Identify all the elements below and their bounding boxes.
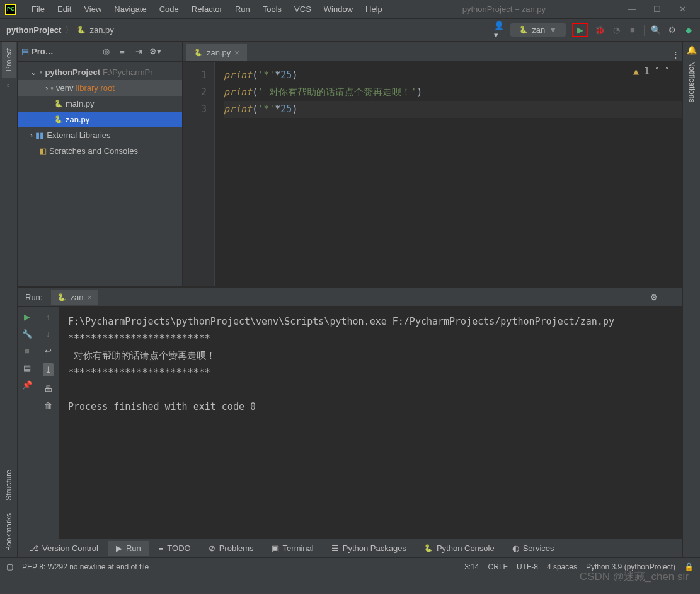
breadcrumb: pythonProject 〉 🐍 zan.py (6, 25, 494, 36)
tree-file-zan[interactable]: 🐍 zan.py (18, 112, 182, 127)
rerun-button[interactable]: ▶ (24, 312, 30, 322)
menu-code[interactable]: Code (153, 4, 185, 14)
tab-run[interactable]: ▶Run (108, 541, 149, 556)
run-icon: ▶ (116, 544, 122, 553)
up-icon[interactable]: ↑ (46, 312, 50, 322)
scratches-icon: ◧ (39, 146, 47, 156)
main-area: Project ▫ Structure Bookmarks ▤ Pro… ◎ ≡… (0, 42, 700, 557)
caret-position[interactable]: 3:14 (464, 562, 479, 571)
run-session-tab[interactable]: 🐍 zan × (51, 290, 98, 305)
maximize-button[interactable]: ☐ (645, 4, 670, 14)
tab-close-icon[interactable]: × (234, 48, 239, 57)
stop-icon[interactable]: ■ (25, 346, 30, 356)
breadcrumb-file[interactable]: zan.py (89, 25, 113, 35)
lock-icon[interactable]: 🔒 (684, 562, 694, 571)
locate-icon[interactable]: ◎ (99, 45, 113, 59)
tab-terminal[interactable]: ▣Terminal (264, 541, 321, 556)
ide-features-icon[interactable]: ◆ (684, 25, 694, 35)
user-icon[interactable]: 👤▾ (494, 25, 504, 35)
breadcrumb-project[interactable]: pythonProject (6, 25, 61, 35)
stop-button[interactable]: ■ (628, 25, 638, 35)
trash-icon[interactable]: 🗑 (44, 401, 52, 411)
minimize-button[interactable]: — (619, 4, 645, 14)
project-tool-tab[interactable]: Project (2, 42, 16, 78)
tab-python-packages[interactable]: ☰Python Packages (324, 541, 414, 556)
project-panel-title[interactable]: Pro… (32, 47, 54, 56)
python-icon: 🐍 (519, 26, 528, 34)
terminal-icon: ▣ (272, 544, 279, 553)
bookmarks-tool-tab[interactable]: Bookmarks (2, 507, 16, 557)
folder-icon: ▪ (40, 67, 43, 77)
tab-todo[interactable]: ≡TODO (151, 541, 198, 556)
tree-file-main[interactable]: 🐍 main.py (18, 96, 182, 112)
editor-tabs: 🐍 zan.py × ⋮ (183, 42, 682, 62)
prev-highlight-icon[interactable]: ˄ (655, 66, 660, 77)
menu-window[interactable]: Window (318, 4, 359, 14)
project-tree[interactable]: ⌄ ▪ pythonProject F:\PycharmPr › ▪ venv … (18, 62, 182, 161)
window-title: pythonProject – zan.py (389, 4, 619, 14)
structure-tool-tab[interactable]: Structure (2, 463, 16, 507)
menu-view[interactable]: View (77, 4, 108, 14)
menu-file[interactable]: File (25, 4, 51, 14)
tab-python-console[interactable]: 🐍Python Console (416, 541, 502, 556)
panel-hide-icon[interactable]: — (164, 45, 178, 59)
packages-icon: ☰ (331, 544, 339, 553)
menu-help[interactable]: Help (359, 4, 389, 14)
tree-root[interactable]: ⌄ ▪ pythonProject F:\PycharmPr (18, 64, 182, 80)
down-icon[interactable]: ↓ (46, 329, 50, 339)
tree-file-label: zan.py (66, 115, 89, 124)
console-output[interactable]: F:\PycharmProjects\pythonProject\venv\Sc… (59, 307, 682, 539)
todo-icon: ≡ (159, 544, 164, 553)
app-icon (5, 4, 16, 15)
expand-icon[interactable]: ≡ (115, 45, 129, 59)
debug-button[interactable]: 🐞 (595, 25, 605, 35)
notifications-bell-icon[interactable]: 🔔 (687, 45, 697, 55)
print-icon[interactable]: 🖶 (44, 384, 52, 393)
settings-button[interactable]: ⚙ (667, 25, 677, 35)
tab-services[interactable]: ◐Services (505, 541, 562, 556)
next-highlight-icon[interactable]: ˅ (665, 66, 670, 77)
run-config-selector[interactable]: 🐍 zan ▼ (510, 23, 566, 37)
coverage-button[interactable]: ◔ (611, 25, 621, 35)
close-button[interactable]: ✕ (670, 4, 695, 14)
tab-version-control[interactable]: ⎇Version Control (21, 541, 106, 556)
tree-external-libs[interactable]: › ▮▮ External Libraries (18, 127, 182, 143)
python-interpreter[interactable]: Python 3.9 (pythonProject) (586, 562, 675, 571)
menu-edit[interactable]: Edit (51, 4, 77, 14)
inspection-status[interactable]: ▲ 1 ˄ ˅ (633, 66, 670, 77)
soft-wrap-icon[interactable]: ↩ (45, 346, 52, 356)
tree-scratches[interactable]: ◧ Scratches and Consoles (18, 143, 182, 159)
run-title: Run: (25, 293, 42, 302)
dropdown-icon: ▼ (549, 25, 557, 35)
menu-tools[interactable]: Tools (256, 4, 288, 14)
tree-root-path: F:\PycharmPr (103, 67, 152, 77)
status-icon[interactable]: ▢ (6, 562, 13, 571)
menu-refactor[interactable]: Refactor (185, 4, 229, 14)
indent-setting[interactable]: 4 spaces (547, 562, 577, 571)
file-encoding[interactable]: UTF-8 (517, 562, 538, 571)
notifications-tab[interactable]: Notifications (685, 55, 699, 108)
collapse-icon[interactable]: ⇥ (132, 45, 146, 59)
editor-more-icon[interactable]: ⋮ (668, 47, 682, 61)
bookmarks-icon-small[interactable]: ▫ (4, 80, 14, 90)
run-hide-icon[interactable]: — (661, 291, 675, 305)
menu-run[interactable]: Run (229, 4, 256, 14)
wrench-icon[interactable]: 🔧 (22, 329, 32, 339)
line-separator[interactable]: CRLF (488, 562, 508, 571)
panel-settings-icon[interactable]: ⚙▾ (148, 45, 162, 59)
menu-navigate[interactable]: Navigate (108, 4, 152, 14)
run-settings-icon[interactable]: ⚙ (647, 291, 661, 305)
tree-venv[interactable]: › ▪ venv library root (18, 80, 182, 96)
layout-icon[interactable]: ▤ (23, 363, 31, 373)
menu-vcs[interactable]: VCS (288, 4, 318, 14)
scroll-end-icon[interactable]: ⤓ (43, 363, 54, 376)
search-button[interactable]: 🔍 (651, 25, 661, 35)
tab-problems[interactable]: ⊘Problems (201, 541, 261, 556)
run-button[interactable]: ▶ (572, 23, 588, 37)
editor-tab-zan[interactable]: 🐍 zan.py × (186, 43, 247, 61)
tab-close-icon[interactable]: × (87, 293, 92, 302)
breadcrumb-separator: 〉 (65, 25, 73, 36)
code-content[interactable]: print('*'*25)print(' 对你有帮助的话请点个赞再走呗！')pr… (214, 62, 682, 286)
code-editor[interactable]: 1 2 3 print('*'*25)print(' 对你有帮助的话请点个赞再走… (183, 62, 682, 286)
pin-icon[interactable]: 📌 (22, 380, 32, 390)
